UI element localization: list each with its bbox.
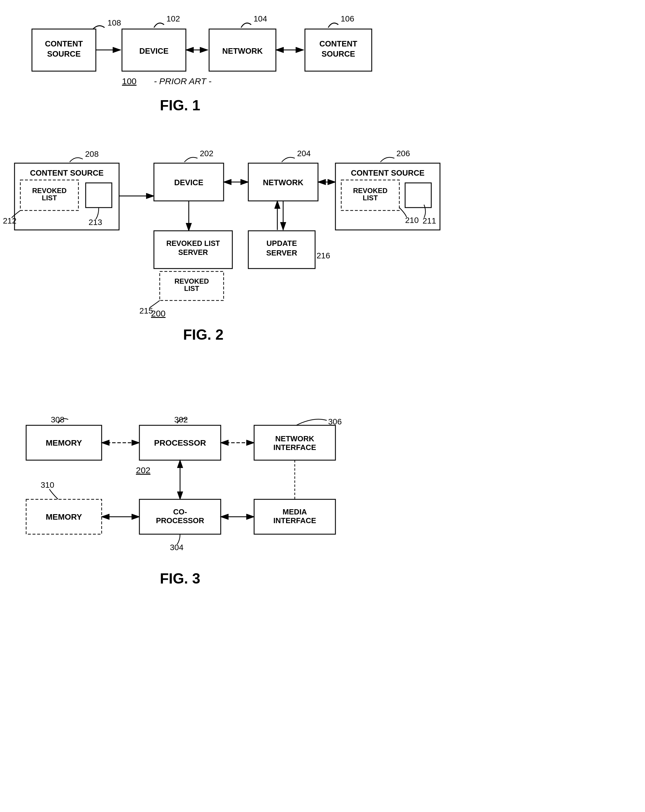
fig2-svg: 208 CONTENT SOURCE REVOKED LIST 212 213 … (0, 142, 645, 380)
label-cs206: CONTENT SOURCE (351, 169, 425, 177)
label-rls214b: SERVER (178, 248, 208, 256)
label-mi305a: MEDIA (283, 507, 307, 516)
label-ni306b: INTERFACE (273, 443, 316, 452)
label-rls214a: REVOKED LIST (167, 239, 220, 247)
label-memory-308: MEMORY (46, 438, 82, 447)
label-device-202: DEVICE (174, 178, 203, 187)
box-sq213 (86, 183, 112, 208)
label-rl210a: REVOKED (353, 187, 388, 194)
fig3-label: FIG. 3 (160, 571, 200, 587)
label-content-source-106a: CONTENT (319, 40, 358, 48)
ref-216: 216 (316, 251, 330, 260)
ref-213: 213 (89, 218, 102, 227)
ref-100: 100 (122, 76, 136, 86)
label-revoked-212a: REVOKED (32, 187, 67, 194)
label-device-102: DEVICE (139, 47, 169, 55)
ref-102: 102 (167, 14, 180, 23)
label-mi305b: INTERFACE (273, 516, 316, 525)
ref-108: 108 (107, 18, 121, 27)
label-content-source-106b: SOURCE (321, 50, 355, 58)
ref-210: 210 (405, 216, 419, 225)
ref-204: 204 (297, 149, 311, 158)
ref-304: 304 (170, 543, 183, 552)
label-ni306a: NETWORK (275, 434, 315, 443)
ref-104: 104 (254, 14, 267, 23)
fig3-svg: 308 MEMORY 302 PROCESSOR 306 NETWORK INT… (0, 403, 645, 781)
ref-208: 208 (85, 150, 99, 159)
svg-text:SOURCE: SOURCE (47, 50, 81, 58)
ref-308: 308 (51, 415, 64, 424)
prior-art-caption: - PRIOR ART - (154, 76, 211, 86)
label-rl215a: REVOKED (174, 277, 209, 285)
ref-206: 206 (396, 149, 410, 158)
ref-306: 306 (328, 417, 342, 426)
ref-202-fig3: 202 (136, 466, 150, 475)
label-content-source-108: CONTENT (45, 40, 83, 48)
ref-202: 202 (200, 149, 214, 158)
fig1-svg: 108 CONTENT SOURCE 102 DEVICE 104 NETWOR… (0, 0, 645, 145)
fig2-label: FIG. 2 (183, 327, 224, 343)
label-cop304a: CO- (173, 507, 187, 516)
label-network-104: NETWORK (222, 47, 263, 55)
label-revoked-212b: LIST (42, 194, 57, 202)
ref-106: 106 (341, 14, 354, 23)
fig1-label: FIG. 1 (160, 97, 200, 113)
ref-302: 302 (174, 415, 188, 424)
label-rl210b: LIST (363, 194, 378, 202)
ref-211: 211 (423, 216, 436, 225)
ref-200: 200 (151, 308, 165, 318)
label-memory-310: MEMORY (46, 513, 82, 521)
label-us216a: UPDATE (267, 239, 297, 248)
label-cs208a: CONTENT SOURCE (30, 169, 104, 177)
box-sq211 (405, 183, 431, 208)
label-cop304b: PROCESSOR (156, 516, 204, 525)
label-processor-302: PROCESSOR (154, 438, 206, 447)
ref-212: 212 (3, 216, 17, 225)
label-us216b: SERVER (266, 249, 297, 257)
ref-310: 310 (41, 481, 54, 490)
label-network-204: NETWORK (263, 178, 304, 187)
label-rl215b: LIST (184, 284, 199, 292)
